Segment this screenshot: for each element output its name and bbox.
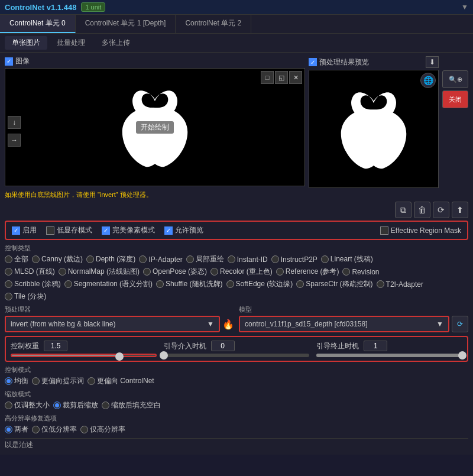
image-checkbox[interactable]: [5, 57, 13, 66]
sub-tab-batch[interactable]: 批量处理: [50, 36, 92, 50]
preview-checkbox[interactable]: [309, 58, 317, 66]
radio-ip-adapter[interactable]: IP-Adapter: [139, 255, 182, 264]
enable-wrapper[interactable]: 启用: [12, 225, 37, 235]
radio-instruct-p2p-btn[interactable]: [271, 255, 279, 263]
weight-slider-track[interactable]: [11, 354, 157, 357]
end-value[interactable]: 1: [364, 341, 387, 351]
low-vram-wrapper[interactable]: 低显存模式: [46, 225, 92, 235]
radio-softedge-btn[interactable]: [226, 280, 234, 288]
radio-tile[interactable]: Tile (分块): [5, 292, 46, 302]
radio-resize-only-btn[interactable]: [5, 401, 12, 409]
radio-mlsd-btn[interactable]: [5, 268, 12, 276]
radio-sparsectrl-btn[interactable]: [296, 280, 304, 288]
radio-shuffle-btn[interactable]: [156, 280, 164, 288]
arrow-right-btn[interactable]: →: [8, 134, 21, 147]
radio-controlnet-bias-btn[interactable]: [88, 377, 95, 385]
start-slider-track[interactable]: [164, 354, 310, 357]
radio-all-btn[interactable]: [5, 255, 12, 263]
radio-local-redraw[interactable]: 局部重绘: [186, 254, 224, 264]
radio-instant-id[interactable]: Instant-ID: [228, 255, 268, 264]
effective-mask-wrapper[interactable]: Effective Region Mask: [380, 226, 461, 235]
radio-prompt-bias[interactable]: 更偏向提示词: [32, 376, 84, 386]
radio-high-res-only-btn[interactable]: [80, 426, 88, 433]
radio-all[interactable]: 全部: [5, 254, 28, 264]
radio-reference[interactable]: Reference (参考): [276, 267, 339, 277]
radio-normalmap[interactable]: NormalMap (法线贴图): [59, 267, 140, 277]
radio-instruct-p2p[interactable]: InstructP2P: [271, 255, 318, 264]
radio-openpose-btn[interactable]: [143, 268, 151, 276]
radio-fill-after-resize-btn[interactable]: [102, 401, 109, 409]
radio-instant-id-btn[interactable]: [228, 255, 235, 263]
allow-preview-checkbox[interactable]: [164, 226, 173, 235]
radio-both[interactable]: 两者: [5, 425, 28, 435]
zoom-btn[interactable]: 🔍⊕: [442, 70, 468, 88]
radio-lineart[interactable]: Lineart (线稿): [321, 254, 373, 264]
preview-download-btn[interactable]: ⬇: [426, 56, 439, 68]
arrow-down-btn[interactable]: ↓: [8, 116, 21, 129]
radio-low-res-only-btn[interactable]: [32, 426, 40, 433]
export-button[interactable]: ⬆: [452, 202, 468, 218]
toolbar-btn-close[interactable]: ✕: [289, 71, 302, 84]
radio-softedge[interactable]: SoftEdge (软边缘): [226, 279, 293, 289]
radio-revision-btn[interactable]: [342, 268, 350, 276]
radio-ip-adapter-btn[interactable]: [139, 255, 147, 263]
radio-canny[interactable]: Canny (裁边): [32, 254, 83, 264]
radio-tile-btn[interactable]: [5, 293, 12, 300]
radio-lineart-btn[interactable]: [321, 255, 329, 263]
radio-resize-only[interactable]: 仅调整大小: [5, 400, 50, 410]
fire-icon[interactable]: 🔥: [222, 319, 234, 330]
radio-shuffle[interactable]: Shuffle (随机洗牌): [156, 279, 222, 289]
effective-mask-checkbox[interactable]: [380, 226, 388, 235]
trash-button[interactable]: 🗑: [414, 202, 430, 218]
toolbar-btn-square[interactable]: □: [261, 71, 274, 84]
tab-unit-2[interactable]: ControlNet 单元 2: [176, 15, 251, 33]
left-image-box[interactable]: 开始绘制 □ ◱ ✕ ↓ →: [5, 68, 305, 186]
radio-crop-resize[interactable]: 裁剪后缩放: [53, 400, 98, 410]
end-slider-thumb[interactable]: [458, 351, 466, 360]
radio-recolor[interactable]: Recolor (重上色): [210, 267, 273, 277]
radio-crop-resize-btn[interactable]: [53, 401, 61, 409]
radio-revision[interactable]: Revision: [342, 268, 379, 276]
preview-globe-btn[interactable]: 🌐: [420, 73, 436, 88]
perfect-pixel-wrapper[interactable]: 完美像素模式: [102, 225, 155, 235]
radio-controlnet-bias[interactable]: 更偏向 ControlNet: [88, 376, 154, 386]
model-select[interactable]: control_v11f1p_sd15_depth [cfd03158] ▼: [239, 316, 449, 332]
radio-depth-btn[interactable]: [86, 255, 94, 263]
radio-prompt-bias-btn[interactable]: [32, 377, 40, 385]
start-value[interactable]: 0: [211, 341, 235, 351]
enable-checkbox[interactable]: [12, 226, 20, 235]
radio-balanced-btn[interactable]: [5, 377, 12, 385]
sub-tab-multi[interactable]: 多张上传: [95, 36, 137, 50]
radio-scribble-btn[interactable]: [5, 280, 12, 288]
tab-unit-0[interactable]: ControlNet 单元 0: [0, 15, 76, 33]
perfect-pixel-checkbox[interactable]: [102, 226, 110, 235]
weight-value[interactable]: 1.5: [44, 341, 67, 351]
end-slider-track[interactable]: [316, 354, 462, 357]
low-vram-checkbox[interactable]: [46, 226, 54, 235]
radio-reference-btn[interactable]: [276, 268, 284, 276]
start-slider-thumb[interactable]: [160, 351, 168, 360]
preview-box[interactable]: 🌐: [309, 70, 439, 188]
radio-mlsd[interactable]: MLSD (直线): [5, 267, 55, 277]
radio-fill-after-resize[interactable]: 缩放后填充空白: [102, 400, 161, 410]
tab-unit-1[interactable]: ControlNet 单元 1 [Depth]: [76, 15, 176, 33]
radio-t2i-btn[interactable]: [377, 280, 384, 288]
radio-canny-btn[interactable]: [32, 255, 40, 263]
radio-segmentation-btn[interactable]: [64, 280, 72, 288]
weight-slider-thumb[interactable]: [115, 352, 124, 361]
radio-scribble[interactable]: Scribble (涂鸦): [5, 279, 61, 289]
radio-depth[interactable]: Depth (深度): [86, 254, 135, 264]
radio-local-redraw-btn[interactable]: [186, 255, 194, 263]
radio-normalmap-btn[interactable]: [59, 268, 66, 276]
radio-openpose[interactable]: OpenPose (姿态): [143, 267, 207, 277]
refresh-button[interactable]: ⟳: [433, 202, 449, 218]
allow-preview-wrapper[interactable]: 允许预览: [164, 225, 203, 235]
toolbar-btn-crop[interactable]: ◱: [275, 71, 288, 84]
radio-high-res-only[interactable]: 仅高分辨率: [80, 425, 125, 435]
close-btn[interactable]: 关闭: [442, 90, 468, 108]
sub-tab-single[interactable]: 单张图片: [5, 36, 47, 50]
radio-t2i[interactable]: T2I-Adapter: [377, 280, 423, 289]
preprocessor-select[interactable]: invert (from white bg & black line) ▼: [5, 316, 220, 332]
radio-segmentation[interactable]: Segmentation (语义分割): [64, 279, 153, 289]
radio-low-res-only[interactable]: 仅低分辨率: [32, 425, 77, 435]
